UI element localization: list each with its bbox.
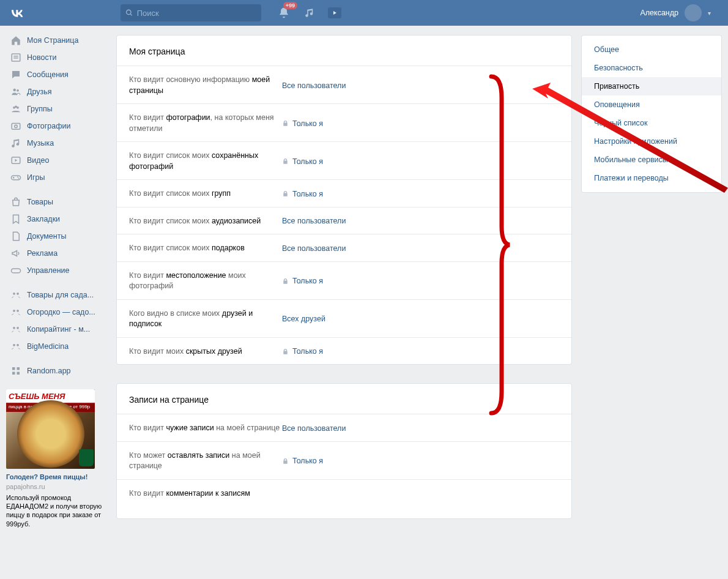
row-label: Кто может оставлять записи на моей стран… [129,450,282,472]
nav-item-16[interactable]: Товары для сада... [6,286,107,304]
username: Александр [640,9,678,17]
nav-item-4[interactable]: Группы [6,100,107,118]
chevron-down-icon: ▾ [708,10,711,17]
nav-item-3[interactable]: Друзья [6,83,107,100]
nav-item-5[interactable]: Фотографии [6,118,107,135]
settings-tab-1[interactable]: Безопасность [582,59,721,77]
nav-item-8[interactable]: Игры [6,169,107,186]
nav-label: Группы [27,105,53,113]
nav-item-17[interactable]: Огородко — садо... [6,304,107,321]
svg-point-24 [17,327,19,329]
svg-point-25 [13,344,15,346]
nav-item-0[interactable]: Моя Страница [6,32,107,49]
row-value-dropdown[interactable]: Все пользователи [282,217,346,225]
nav-label: Игры [27,173,45,182]
music-icon [10,137,22,149]
nav-label: Товары [27,198,53,206]
ad-image: СЪЕШЬ МЕНЯпицца в подарок при заказе от … [6,389,95,469]
nav-item-21[interactable]: Random.app [6,362,107,379]
ads-icon [10,247,22,260]
ext-icon [10,323,22,335]
row-value-dropdown[interactable]: Все пользователи [282,244,346,253]
nav-item-18[interactable]: Копирайтинг - м... [6,321,107,338]
row-value-dropdown[interactable]: Только я [282,157,323,166]
avatar [685,4,702,21]
friends-icon [10,86,22,98]
ext-icon [10,340,22,353]
row-label: Кто видит основную информацию моей стран… [129,75,282,96]
row-label: Кто видит фотографии, на которых меня от… [129,113,282,134]
row-value-dropdown[interactable]: Только я [282,190,323,198]
notifications-icon[interactable]: +99 [277,6,291,20]
row-label: Кто видит местоположение моих фотографий [129,271,282,292]
row-value-dropdown[interactable]: Всех друзей [282,315,325,323]
settings-tab-7[interactable]: Платежи и переводы [582,169,721,187]
privacy-row: Кто видит список моих сохранённых фотогр… [117,141,571,179]
privacy-row: Кто видит чужие записи на моей страницеВ… [117,414,571,441]
settings-tab-3[interactable]: Оповещения [582,95,721,114]
svg-point-20 [17,293,19,295]
ad-block[interactable]: СЪЕШЬ МЕНЯпицца в подарок при заказе от … [6,389,103,528]
nav-item-2[interactable]: Сообщения [6,66,107,83]
market-icon [10,196,22,208]
lock-icon [282,120,289,127]
row-value-dropdown[interactable]: Только я [282,119,323,128]
video-play-icon[interactable] [328,7,341,18]
row-value-dropdown[interactable]: Только я [282,457,323,465]
svg-point-11 [15,125,18,128]
settings-tab-5[interactable]: Настройки приложений [582,132,721,151]
row-value-dropdown[interactable]: Только я [282,277,323,285]
ad-title: Голоден? Время пиццы! [6,473,103,482]
nav-item-13[interactable]: Реклама [6,245,107,262]
privacy-row: Кто может оставлять записи на моей стран… [117,441,571,479]
nav-item-7[interactable]: Видео [6,152,107,169]
home-icon [10,34,22,47]
chat-icon [10,69,22,81]
user-menu[interactable]: Александр ▾ [640,4,711,21]
privacy-row: Кого видно в списке моих друзей и подпис… [117,299,571,337]
nav-label: Моя Страница [27,36,78,45]
privacy-row: Кто видит список моих аудиозаписейВсе по… [117,207,571,234]
row-value-dropdown[interactable]: Все пользователи [282,81,346,90]
nav-item-1[interactable]: Новости [6,49,107,66]
nav-label: Новости [27,53,56,62]
lock-icon [282,278,289,285]
svg-rect-13 [12,176,21,180]
search-box[interactable] [121,4,261,21]
nav-label: Реклама [27,249,58,258]
privacy-row: Кто видит фотографии, на которых меня от… [117,103,571,141]
nav-label: Музыка [27,139,54,148]
music-icon[interactable] [302,6,317,20]
svg-rect-27 [12,367,15,370]
nav-label: BigMedicina [27,342,69,351]
photo-icon [10,120,22,132]
nav-label: Копирайтинг - м... [27,325,90,334]
settings-section: Моя страницаКто видит основную информаци… [116,35,572,365]
nav-label: Документы [27,232,66,241]
settings-tab-2[interactable]: Приватность [582,77,721,95]
row-value-dropdown[interactable]: Только я [282,347,323,356]
app-icon [10,365,22,377]
nav-item-19[interactable]: BigMedicina [6,338,107,355]
vk-logo[interactable] [9,4,26,21]
nav-item-14[interactable]: Управление [6,262,107,279]
nav-item-12[interactable]: Документы [6,228,107,245]
svg-rect-30 [17,372,20,375]
settings-section: Записи на страницеКто видит чужие записи… [116,383,572,519]
privacy-row: Кто видит местоположение моих фотографий… [117,261,571,299]
search-input[interactable] [137,9,256,18]
settings-tabs: ОбщееБезопасностьПриватностьОповещенияЧё… [581,35,722,193]
row-label: Кто видит моих скрытых друзей [129,346,282,357]
left-nav: Моя СтраницаНовостиСообщенияДрузьяГруппы… [0,26,107,528]
privacy-row: Кто видит комментарии к записям [117,479,571,507]
settings-tab-6[interactable]: Мобильные сервисы [582,151,721,169]
settings-tab-4[interactable]: Чёрный список [582,114,721,132]
svg-point-26 [17,344,19,346]
settings-tab-0[interactable]: Общее [582,40,721,59]
nav-item-6[interactable]: Музыка [6,135,107,152]
nav-item-10[interactable]: Товары [6,193,107,211]
nav-item-11[interactable]: Закладки [6,211,107,228]
row-value-dropdown[interactable]: Все пользователи [282,424,346,433]
row-label: Кто видит список моих групп [129,189,282,200]
svg-line-1 [130,14,132,16]
